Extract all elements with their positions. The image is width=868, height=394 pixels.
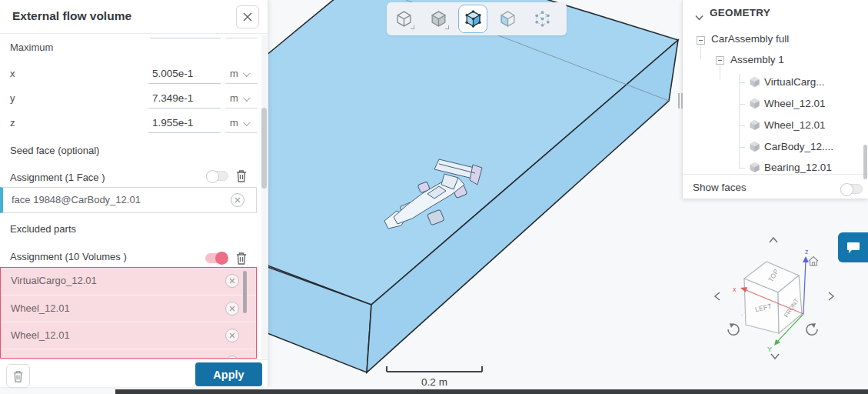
- tree-connector: [700, 45, 701, 59]
- excluded-parts-label: Excluded parts: [10, 223, 76, 235]
- chat-support-button[interactable]: [838, 232, 868, 262]
- excluded-part-row[interactable]: Wheel_12.01: [1, 322, 256, 349]
- partial-unit-select[interactable]: [225, 38, 258, 38]
- excluded-assignment-trash-button[interactable]: [234, 251, 248, 269]
- close-button[interactable]: [236, 5, 259, 28]
- delete-flow-volume-button[interactable]: [6, 364, 30, 388]
- panel-title: External flow volume: [12, 9, 131, 23]
- tree-node-part[interactable]: Wheel_12.01: [764, 119, 826, 131]
- panel-resize-grip[interactable]: [678, 93, 683, 109]
- tree-node-root[interactable]: CarAssembly full: [711, 33, 789, 45]
- tree-node-assembly[interactable]: Assembly 1: [730, 54, 784, 65]
- rotate-cw-arrowhead: [811, 323, 816, 328]
- circle-x-icon: [229, 278, 235, 284]
- excluded-part-label: Wheel_12.01: [11, 302, 70, 314]
- seed-assignment-trash-button[interactable]: [234, 169, 248, 186]
- rotate-ccw-arrowhead: [730, 323, 734, 328]
- x-unit-value: m: [230, 68, 238, 79]
- rotate-ccw-arrow[interactable]: [728, 324, 739, 335]
- render-mode-toolbar: [387, 2, 567, 35]
- shaded-cube-icon[interactable]: [424, 5, 453, 33]
- face-selection-cube-icon[interactable]: [493, 5, 522, 33]
- scale-bar: 0.2 m: [387, 366, 482, 388]
- excluded-assignment-label: Assignment (10 Volumes ): [10, 251, 127, 262]
- seed-face-chip[interactable]: face 19848@CarBody_12.01: [0, 187, 257, 213]
- row-remove-button[interactable]: [225, 329, 239, 342]
- tree-connector: [739, 125, 745, 126]
- tree-expander-root[interactable]: [697, 36, 705, 45]
- tree-node-part[interactable]: Wheel_12.01: [764, 98, 826, 109]
- row-remove-button[interactable]: [225, 302, 239, 316]
- view-cube-widget[interactable]: TOP LEFT FRONT x Y z: [696, 227, 850, 369]
- home-icon[interactable]: [809, 257, 818, 266]
- chat-bubble-icon: [846, 242, 860, 254]
- z-unit-value: m: [230, 117, 238, 129]
- vertex-selection-cube-icon[interactable]: [527, 5, 557, 33]
- z-axis-label: z: [10, 117, 15, 129]
- panel-scrollbar-thumb[interactable]: [261, 108, 267, 189]
- excluded-part-row[interactable]: CarBody_12.01: [1, 349, 256, 359]
- z-max-input[interactable]: 1.955e-1: [148, 117, 221, 133]
- apply-button[interactable]: Apply: [195, 362, 262, 386]
- excluded-part-row[interactable]: VirtualCargo_12.01: [1, 268, 256, 295]
- excluded-assignment-toggle[interactable]: [205, 253, 228, 263]
- seed-assignment-toggle[interactable]: [206, 171, 228, 181]
- tree-node-part[interactable]: VirtualCarg...: [764, 76, 825, 88]
- toggle-knob: [206, 170, 219, 183]
- shaded-edges-cube-icon-selected[interactable]: [458, 5, 487, 33]
- wireframe-cube-icon[interactable]: [389, 5, 418, 33]
- panel-footer: Apply: [0, 359, 268, 387]
- chevron-down-icon: [695, 15, 703, 21]
- excluded-part-row[interactable]: Wheel_12.01: [1, 295, 256, 322]
- tree-expander-assembly[interactable]: [716, 56, 724, 65]
- cube-icon: [749, 98, 760, 109]
- seed-face-label: Seed face (optional): [10, 145, 99, 156]
- excluded-part-label: Wheel_12.01: [11, 329, 70, 341]
- tree-connector: [739, 74, 740, 168]
- panel-scrollbar-track[interactable]: [261, 35, 267, 359]
- excluded-list-scrollbar[interactable]: [243, 271, 247, 313]
- geometry-tree-panel: GEOMETRY CarAssembly full Assembly 1 Vir…: [682, 0, 868, 199]
- row-remove-button[interactable]: [225, 274, 239, 288]
- circle-x-icon: [229, 332, 235, 339]
- rotate-left-arrow[interactable]: [715, 292, 720, 300]
- circle-x-icon: [234, 197, 241, 203]
- geometry-header: GEOMETRY: [710, 7, 770, 18]
- tree-connector: [720, 65, 720, 79]
- window-bottom-edge: [115, 389, 868, 394]
- z-unit-select[interactable]: m: [225, 117, 258, 133]
- seed-face-chip-label: face 19848@CarBody_12.01: [12, 194, 141, 205]
- partial-input[interactable]: [150, 38, 221, 38]
- trash-icon: [234, 169, 248, 183]
- excluded-part-label: CarBody_12.01: [11, 356, 80, 359]
- cube-icon: [749, 162, 760, 173]
- rotate-cw-arrow[interactable]: [806, 324, 817, 335]
- rotate-down-arrow[interactable]: [771, 354, 779, 359]
- show-faces-row: Show faces: [683, 174, 868, 199]
- tree-node-part[interactable]: Bearing_12.01: [764, 162, 832, 173]
- y-max-input[interactable]: 7.349e-1: [148, 92, 221, 109]
- show-faces-toggle[interactable]: [840, 184, 863, 194]
- flow-volume-box[interactable]: [261, 0, 678, 372]
- y-unit-select[interactable]: m: [225, 92, 258, 109]
- excluded-parts-list[interactable]: VirtualCargo_12.01 Wheel_12.01 Wheel_12.…: [0, 267, 257, 359]
- x-axis-label: x: [733, 285, 737, 293]
- x-unit-select[interactable]: m: [225, 68, 258, 84]
- rotate-up-arrow[interactable]: [770, 238, 777, 242]
- x-max-input[interactable]: 5.005e-1: [148, 68, 221, 84]
- y-axis-label: y: [10, 92, 15, 104]
- y-axis-label: Y: [767, 346, 772, 353]
- y-unit-value: m: [230, 92, 238, 104]
- show-faces-label: Show faces: [693, 182, 747, 193]
- tool-dropdown-corner: [411, 25, 414, 29]
- tree-connector: [739, 147, 745, 148]
- tree-connector: [739, 168, 745, 169]
- geometry-collapse-chevron[interactable]: [695, 10, 703, 24]
- chip-remove-button[interactable]: [231, 193, 244, 207]
- geometry-scrollbar-thumb[interactable]: [863, 145, 867, 179]
- row-remove-button[interactable]: [225, 356, 239, 359]
- trash-icon: [234, 251, 248, 265]
- excluded-part-label: VirtualCargo_12.01: [11, 275, 97, 286]
- tree-node-part[interactable]: CarBody_12....: [764, 141, 833, 152]
- rotate-right-arrow[interactable]: [829, 292, 833, 300]
